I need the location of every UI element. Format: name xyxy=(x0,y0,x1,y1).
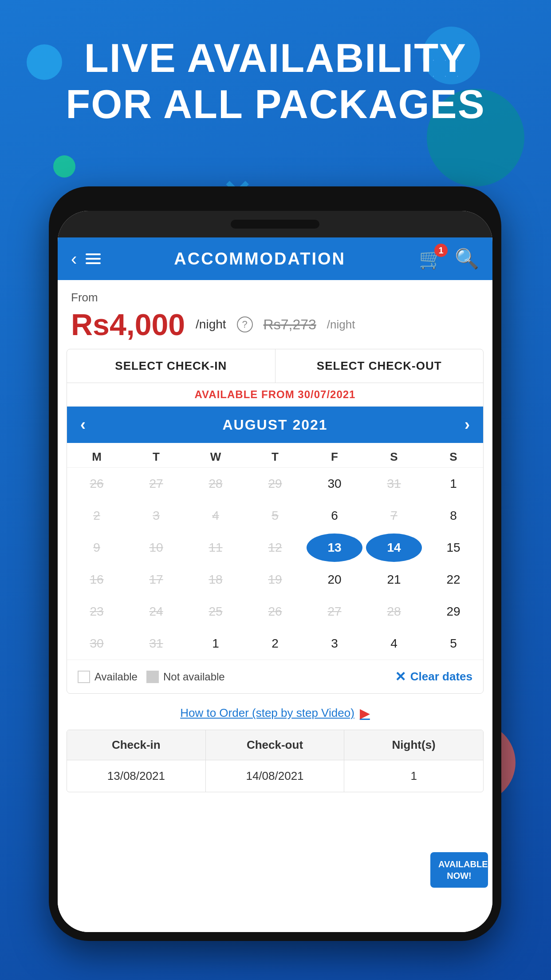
calendar-day-cell: 30 xyxy=(67,628,126,660)
price-row: Rs4,000 /night ? Rs7,273 /night xyxy=(71,307,479,342)
calendar-day-cell[interactable]: 4 xyxy=(364,628,424,660)
how-to-order-link[interactable]: How to Order (step by step Video) ▶ xyxy=(58,701,492,730)
prev-month-button[interactable]: ‹ xyxy=(80,415,86,434)
clear-dates-icon: ✕ xyxy=(395,669,406,684)
current-price: Rs4,000 xyxy=(71,307,185,342)
hero-line1: LIVE AVAILABILITY xyxy=(0,36,551,82)
day-name-cell: M xyxy=(67,450,126,464)
phone-notch xyxy=(58,211,492,237)
table-header: Check-inCheck-outNight(s) xyxy=(67,730,483,760)
calendar-day-cell[interactable]: 8 xyxy=(424,500,483,532)
month-navigation: ‹ AUGUST 2021 › xyxy=(67,407,483,443)
table-data-cell: 13/08/2021 xyxy=(67,760,206,792)
calendar-day-cell: 24 xyxy=(126,596,186,628)
calendar-grid: 2627282930311234567891011121314151617181… xyxy=(67,468,483,660)
app-screen: ‹ ACCOMMODATION 🛒 1 🔍 xyxy=(58,237,492,932)
price-section: From Rs4,000 /night ? Rs7,273 /night xyxy=(58,280,492,349)
calendar-day-cell[interactable]: 30 xyxy=(305,468,364,500)
not-available-legend-label: Not available xyxy=(163,671,225,683)
calendar-day-cell[interactable]: 2 xyxy=(245,628,305,660)
calendar-day-cell[interactable]: 1 xyxy=(424,468,483,500)
original-price: Rs7,273 xyxy=(264,316,316,333)
calendar-day-cell: 12 xyxy=(245,532,305,564)
menu-line xyxy=(86,253,101,255)
calendar-day-cell[interactable]: 22 xyxy=(424,564,483,596)
calendar-day-cell: 3 xyxy=(126,500,186,532)
calendar-day-cell: 23 xyxy=(67,596,126,628)
day-name-cell: T xyxy=(245,450,305,464)
menu-icon[interactable] xyxy=(86,253,101,264)
calendar-day-cell[interactable]: 5 xyxy=(424,628,483,660)
header-title: ACCOMMODATION xyxy=(174,249,346,269)
calendar-day-cell[interactable]: 29 xyxy=(424,596,483,628)
next-month-button[interactable]: › xyxy=(464,415,470,434)
original-per-night-label: /night xyxy=(327,318,355,332)
calendar-legend: Available Not available ✕ Clear dates xyxy=(67,660,483,693)
available-now-badge: AVAILABLENOW! xyxy=(430,852,488,888)
clear-dates-label: Clear dates xyxy=(410,670,472,684)
days-of-week-header: MTWTFSS xyxy=(67,443,483,468)
calendar-day-cell: 7 xyxy=(364,500,424,532)
calendar-day-cell: 9 xyxy=(67,532,126,564)
calendar-section: SELECT CHECK-IN SELECT CHECK-OUT AVAILAB… xyxy=(67,349,484,694)
bg-decoration-circle4 xyxy=(53,155,75,178)
content-scroll[interactable]: From Rs4,000 /night ? Rs7,273 /night SEL… xyxy=(58,280,492,932)
hero-line2: FOR ALL PACKAGES xyxy=(0,82,551,128)
calendar-day-cell[interactable]: 14 xyxy=(366,533,422,562)
day-name-cell: T xyxy=(126,450,186,464)
calendar-day-cell: 19 xyxy=(245,564,305,596)
calendar-day-cell: 28 xyxy=(186,468,245,500)
calendar-day-cell: 11 xyxy=(186,532,245,564)
not-available-legend-box xyxy=(146,671,159,683)
table-body: 13/08/202114/08/20211 xyxy=(67,760,483,792)
calendar-day-cell[interactable]: 3 xyxy=(305,628,364,660)
calendar-day-cell: 17 xyxy=(126,564,186,596)
clear-dates-button[interactable]: ✕ Clear dates xyxy=(395,669,472,684)
app-header: ‹ ACCOMMODATION 🛒 1 🔍 xyxy=(58,237,492,280)
cart-button[interactable]: 🛒 1 xyxy=(419,247,443,270)
from-label: From xyxy=(71,291,479,304)
available-from-label: AVAILABLE FROM 30/07/2021 xyxy=(67,383,483,407)
calendar-day-cell: 2 xyxy=(67,500,126,532)
table-header-cell: Check-in xyxy=(67,730,206,760)
calendar-day-cell: 26 xyxy=(67,468,126,500)
calendar-day-cell[interactable]: 21 xyxy=(364,564,424,596)
calendar-day-cell[interactable]: 20 xyxy=(305,564,364,596)
available-legend-box xyxy=(78,671,90,683)
table-header-cell: Night(s) xyxy=(344,730,483,760)
calendar-day-cell[interactable]: 1 xyxy=(186,628,245,660)
day-name-cell: F xyxy=(305,450,364,464)
help-icon[interactable]: ? xyxy=(237,316,253,332)
day-name-cell: S xyxy=(424,450,483,464)
select-checkout-button[interactable]: SELECT CHECK-OUT xyxy=(276,349,484,383)
calendar-day-cell: 25 xyxy=(186,596,245,628)
table-data-cell: 14/08/2021 xyxy=(206,760,345,792)
table-header-cell: Check-out xyxy=(206,730,345,760)
calendar-day-cell: 5 xyxy=(245,500,305,532)
calendar-day-cell[interactable]: 15 xyxy=(424,532,483,564)
search-icon[interactable]: 🔍 xyxy=(455,247,479,270)
header-left: ‹ xyxy=(71,250,101,268)
booking-table: Check-inCheck-outNight(s) 13/08/202114/0… xyxy=(67,730,484,792)
calendar-day-cell: 16 xyxy=(67,564,126,596)
menu-line xyxy=(86,258,101,260)
table-row: 13/08/202114/08/20211 xyxy=(67,760,483,792)
table-data-cell: 1 xyxy=(344,760,483,792)
menu-line xyxy=(86,262,101,264)
month-title: AUGUST 2021 xyxy=(222,417,327,433)
phone-frame: ‹ ACCOMMODATION 🛒 1 🔍 xyxy=(49,186,501,941)
per-night-label: /night xyxy=(196,317,226,332)
calendar-day-cell[interactable]: 13 xyxy=(307,533,362,562)
day-name-cell: S xyxy=(364,450,424,464)
header-right: 🛒 1 🔍 xyxy=(419,247,479,270)
available-legend: Available xyxy=(78,671,138,683)
youtube-icon: ▶ xyxy=(360,705,370,721)
select-dates-row: SELECT CHECK-IN SELECT CHECK-OUT xyxy=(67,349,483,383)
calendar-day-cell[interactable]: 6 xyxy=(305,500,364,532)
cart-badge: 1 xyxy=(434,244,448,257)
calendar-day-cell: 31 xyxy=(364,468,424,500)
select-checkin-button[interactable]: SELECT CHECK-IN xyxy=(67,349,276,383)
calendar-day-cell: 29 xyxy=(245,468,305,500)
calendar-day-cell: 26 xyxy=(245,596,305,628)
back-icon[interactable]: ‹ xyxy=(71,250,77,268)
